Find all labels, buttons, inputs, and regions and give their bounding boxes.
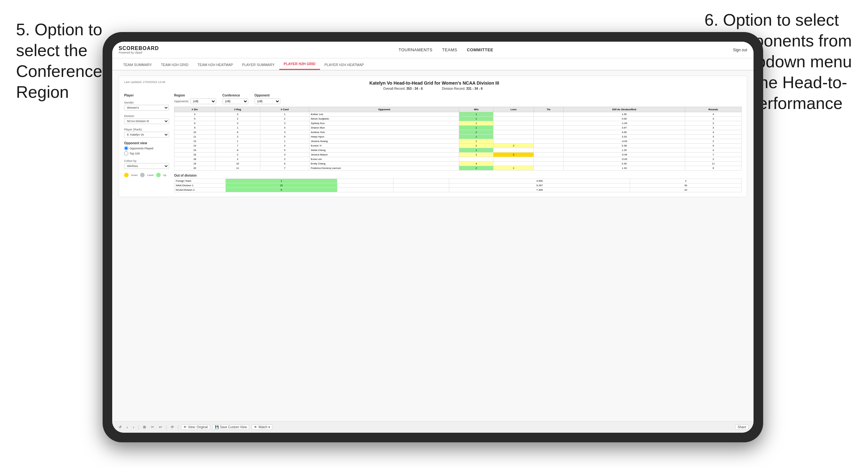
opponent-select[interactable]: (All) [255, 98, 280, 104]
cell-tie [533, 144, 563, 148]
cell-loss [494, 157, 534, 161]
cut-button[interactable]: ✂ [150, 424, 155, 430]
cell-reg: 6 [215, 130, 260, 135]
ood-row: Foreign Team 1 4.500 2 [175, 179, 742, 183]
cell-reg: 1 [215, 139, 260, 144]
cell-opponent: Emily Chang [309, 161, 459, 166]
save-icon: 💾 [215, 425, 219, 429]
gender-select[interactable]: Women's [124, 105, 169, 111]
nav-teams[interactable]: TEAMS [442, 48, 457, 52]
opponent-view-section: Opponent view Opponents Played Top 100 [124, 142, 169, 155]
cell-win: 1 [459, 135, 494, 139]
cell-opponent: Andrea York [309, 130, 459, 135]
cell-rounds: 9 [685, 144, 741, 148]
ood-win: 15 [226, 183, 337, 188]
ood-diff: 7.400 [449, 188, 630, 192]
color-up-dot [156, 173, 161, 177]
cell-opponent: Sydney Kuo [309, 121, 459, 126]
replay-button[interactable]: ↩ [158, 424, 163, 430]
colour-by-select[interactable]: Win/loss [124, 163, 169, 169]
cell-win: 1 [459, 126, 494, 130]
cell-opponent: Jessica Huang [309, 139, 459, 144]
back-button[interactable]: ‹ [125, 425, 129, 430]
tab-team-summary[interactable]: TEAM SUMMARY [119, 63, 156, 70]
separator-3: | [178, 425, 179, 430]
color-up-label: Up [163, 174, 166, 177]
brand: SCOREBOARD Powered by clippd [119, 46, 159, 54]
nav-tournaments[interactable]: TOURNAMENTS [399, 48, 433, 52]
region-filter-title: Region [174, 94, 216, 97]
ood-loss [337, 188, 393, 192]
report-header: Last Updated: 27/03/2024 13:46 Katelyn V… [124, 81, 742, 86]
color-indicators: Down Level Up [124, 173, 169, 177]
division-select[interactable]: NCAA Division III [124, 118, 169, 124]
cell-conf: 4 [260, 144, 309, 148]
tab-player-h2h-heatmap[interactable]: PLAYER H2H HEATMAP [320, 63, 368, 70]
color-down-dot [124, 173, 129, 177]
cell-rounds: 11 [685, 161, 741, 166]
cell-reg: 2 [215, 117, 260, 121]
tab-player-h2h-grid[interactable]: PLAYER H2H GRID [279, 62, 320, 70]
cell-diff: 4.00 [563, 130, 685, 135]
cell-opponent: Sharon Mun [309, 126, 459, 130]
save-custom-button[interactable]: 💾 Save Custom View [213, 424, 249, 430]
forward-button[interactable]: › [132, 425, 136, 430]
cell-conf: 3 [260, 153, 309, 157]
table-row: 13 1 1 Jessica Huang 1 -3.00 2 [175, 139, 742, 144]
player-section: Player [124, 94, 169, 97]
cell-reg: 2 [215, 153, 260, 157]
cell-opponent: Esther Lee [309, 112, 459, 117]
cell-div: 18 [175, 157, 215, 161]
toolbar-bottom: ↺ ‹ › | ⊞ ✂ ↩ | ⟳ | 👁 View: Original 💾 S… [112, 421, 753, 433]
cell-reg: 1 [215, 126, 260, 130]
col-reg: # Reg [215, 107, 260, 112]
refresh-button[interactable]: ⟳ [169, 424, 175, 430]
cell-rounds: 2 [685, 157, 741, 161]
ood-diff: 4.500 [449, 179, 630, 183]
sign-out-button[interactable]: Sign out [733, 48, 747, 52]
cell-tie [533, 148, 563, 153]
ood-row: NAIA Division 1 15 9.267 30 [175, 183, 742, 188]
view-original-button[interactable]: 👁 View: Original [181, 424, 210, 430]
radio-top100[interactable]: Top 100 [124, 151, 169, 155]
tab-player-summary[interactable]: PLAYER SUMMARY [238, 63, 279, 70]
conference-select[interactable]: (All) [222, 98, 248, 104]
grid-button[interactable]: ⊞ [142, 424, 147, 430]
cell-div: 3 [175, 112, 215, 117]
col-tie: Tie [533, 107, 563, 112]
cell-opponent: Heejo Hyun [309, 135, 459, 139]
cell-conf: 5 [260, 148, 309, 153]
cell-tie [533, 121, 563, 126]
cell-tie [533, 112, 563, 117]
watch-button[interactable]: 👁 Watch ▾ [252, 424, 272, 430]
cell-conf: 1 [260, 139, 309, 144]
cell-diff: 1.25 [563, 148, 685, 153]
separator-1: | [138, 425, 139, 430]
cell-tie [533, 157, 563, 161]
player-rank-select[interactable]: 8. Katelyn Vo [124, 132, 169, 137]
col-div: # Div [175, 107, 215, 112]
nav-items: TOURNAMENTS TEAMS COMMITTEE [399, 48, 493, 52]
cell-conf: 2 [260, 157, 309, 161]
cell-tie [533, 166, 563, 170]
nav-committee[interactable]: COMMITTEE [467, 48, 494, 52]
cell-conf: 6 [260, 161, 309, 166]
cell-reg: 3 [215, 112, 260, 117]
top-nav: SCOREBOARD Powered by clippd TOURNAMENTS… [112, 42, 753, 58]
colour-by-section: Colour by Win/loss [124, 159, 169, 169]
undo-button[interactable]: ↺ [117, 424, 123, 430]
cell-rounds: 4 [685, 148, 741, 153]
cell-rounds: 3 [685, 126, 741, 130]
ood-rounds: 2 [630, 179, 742, 183]
region-select[interactable]: (All) [190, 98, 216, 104]
share-button[interactable]: Share [735, 424, 748, 430]
tab-team-h2h-heatmap[interactable]: TEAM H2H HEATMAP [193, 63, 238, 70]
cell-diff: 3.33 [563, 135, 685, 139]
tab-team-h2h-grid[interactable]: TEAM H2H GRID [156, 63, 193, 70]
ood-rounds: 10 [630, 188, 742, 192]
radio-opponents-played[interactable]: Opponents Played [124, 146, 169, 150]
conference-filter-title: Conference [222, 94, 248, 97]
cell-div: 11 [175, 135, 215, 139]
cell-win: 4 [459, 161, 494, 166]
filters-row: Region Opponents: (All) Co [174, 94, 742, 104]
